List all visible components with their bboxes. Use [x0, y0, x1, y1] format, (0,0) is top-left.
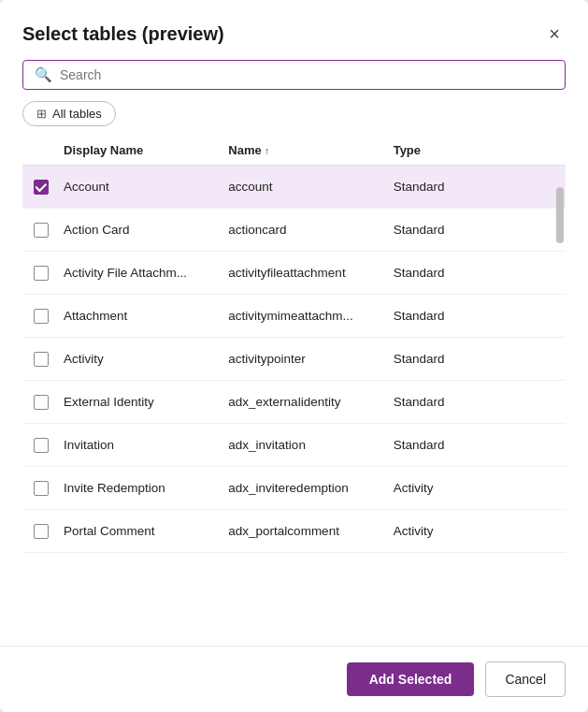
table-row[interactable]: External Identity adx_externalidentity S… [22, 381, 566, 424]
scrollbar-thumb[interactable] [556, 187, 564, 243]
table-row[interactable]: Attachment activitymimeattachm... Standa… [22, 295, 566, 338]
row-checkbox[interactable] [34, 309, 49, 324]
row-type: Standard [390, 436, 554, 454]
row-checkbox[interactable] [34, 524, 49, 539]
col-header-checkbox [22, 141, 60, 159]
table-container: Display Name Name ↑ Type Account account… [22, 136, 566, 646]
search-input[interactable] [60, 67, 553, 82]
row-checkbox-cell [22, 350, 60, 369]
row-name: adx_externalidentity [224, 393, 389, 411]
close-button[interactable]: × [543, 21, 566, 47]
row-type: Standard [390, 307, 554, 325]
row-name: actioncard [224, 221, 389, 239]
table-row[interactable]: Activity File Attachm... activityfileatt… [22, 252, 566, 295]
table-row[interactable]: Portal Comment adx_portalcomment Activit… [22, 510, 566, 553]
row-checkbox-cell [22, 221, 60, 240]
sort-arrow-icon: ↑ [265, 145, 270, 156]
row-display-name: Invitation [60, 436, 224, 454]
row-display-name: External Identity [60, 393, 224, 411]
col-header-type: Type [390, 141, 554, 159]
search-icon: 🔍 [35, 66, 52, 83]
row-checkbox[interactable] [34, 180, 49, 195]
row-name: adx_invitation [224, 436, 389, 454]
row-type: Standard [390, 221, 554, 239]
row-type: Standard [390, 393, 554, 411]
col-name-label: Name [228, 143, 261, 157]
row-checkbox[interactable] [34, 352, 49, 367]
row-display-name: Attachment [60, 307, 224, 325]
cancel-button[interactable]: Cancel [485, 661, 566, 697]
row-checkbox-cell [22, 307, 60, 326]
select-tables-dialog: Select tables (preview) × 🔍 ⊞ All tables… [0, 0, 588, 712]
row-checkbox[interactable] [34, 266, 49, 281]
table-row[interactable]: Action Card actioncard Standard [22, 209, 566, 252]
filter-bar: ⊞ All tables [22, 101, 566, 126]
add-selected-button[interactable]: Add Selected [347, 662, 475, 696]
dialog-title: Select tables (preview) [22, 23, 224, 45]
table-row[interactable]: Invite Redemption adx_inviteredemption A… [22, 467, 566, 510]
row-checkbox[interactable] [34, 438, 49, 453]
table-icon: ⊞ [36, 107, 47, 121]
row-checkbox-cell [22, 178, 60, 196]
row-checkbox-cell [22, 522, 60, 541]
col-header-name[interactable]: Name ↑ [224, 141, 389, 159]
dialog-header: Select tables (preview) × [0, 0, 588, 60]
dialog-footer: Add Selected Cancel [0, 646, 588, 712]
row-type: Standard [390, 350, 554, 368]
table-body: Account account Standard Action Card act… [22, 166, 566, 646]
row-display-name: Portal Comment [60, 522, 224, 540]
row-type: Standard [390, 264, 554, 282]
row-name: activityfileattachment [224, 264, 389, 282]
all-tables-label: All tables [52, 107, 102, 121]
table-row[interactable]: Activity activitypointer Standard [22, 338, 566, 381]
table-row[interactable]: Invitation adx_invitation Standard [22, 424, 566, 467]
row-checkbox-cell [22, 393, 60, 412]
row-display-name: Account [60, 178, 224, 196]
row-name: adx_inviteredemption [224, 479, 389, 497]
table-header: Display Name Name ↑ Type [22, 136, 566, 166]
row-name: activitymimeattachm... [224, 307, 389, 325]
row-display-name: Action Card [60, 221, 224, 239]
row-name: activitypointer [224, 350, 389, 368]
col-header-display-name: Display Name [60, 141, 224, 159]
row-type: Activity [390, 479, 554, 497]
row-type: Standard [390, 178, 554, 196]
row-checkbox[interactable] [34, 395, 49, 410]
row-checkbox[interactable] [34, 481, 49, 496]
row-name: adx_portalcomment [224, 522, 389, 540]
row-name: account [224, 178, 389, 196]
all-tables-filter-button[interactable]: ⊞ All tables [22, 101, 116, 126]
search-bar: 🔍 [22, 60, 566, 90]
row-checkbox-cell [22, 264, 60, 283]
row-checkbox[interactable] [34, 223, 49, 238]
row-checkbox-cell [22, 479, 60, 498]
row-display-name: Invite Redemption [60, 479, 224, 497]
row-checkbox-cell [22, 436, 60, 455]
row-display-name: Activity File Attachm... [60, 264, 224, 282]
row-display-name: Activity [60, 350, 224, 368]
table-row[interactable]: Account account Standard [22, 166, 566, 209]
row-type: Activity [390, 522, 554, 540]
